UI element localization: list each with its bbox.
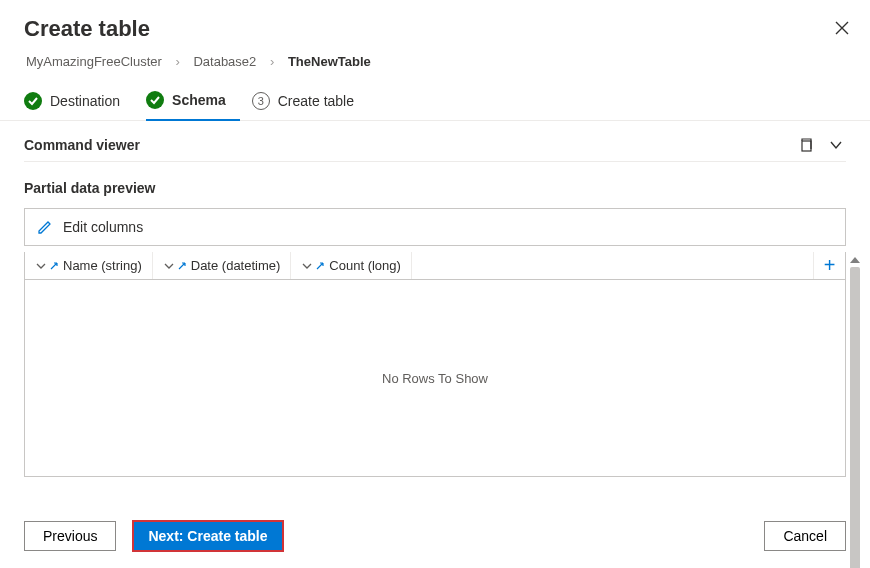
step-label: Destination [50,93,120,109]
breadcrumb-item[interactable]: Database2 [193,54,256,69]
column-label: Name (string) [63,258,142,273]
edit-columns-label: Edit columns [63,219,143,235]
page-title: Create table [24,16,846,42]
previous-button[interactable]: Previous [24,521,116,551]
edit-columns-button[interactable]: Edit columns [24,208,846,246]
column-label: Date (datetime) [191,258,281,273]
arrow-icon [177,261,187,271]
scroll-up-icon[interactable] [850,257,860,263]
data-grid: Name (string) Date (datetime) Count (lon… [24,252,846,477]
plus-icon: + [824,254,836,277]
check-circle-icon [24,92,42,110]
step-create-table[interactable]: 3 Create table [252,81,368,120]
chevron-right-icon: › [175,54,179,69]
check-circle-icon [146,91,164,109]
close-button[interactable] [830,16,854,40]
preview-label: Partial data preview [0,162,870,208]
next-button[interactable]: Next: Create table [132,520,283,552]
chevron-down-icon [35,260,47,272]
chevron-down-icon [301,260,313,272]
breadcrumb: MyAmazingFreeCluster › Database2 › TheNe… [0,50,870,81]
step-label: Create table [278,93,354,109]
copy-button[interactable] [796,135,816,155]
breadcrumb-item[interactable]: MyAmazingFreeCluster [26,54,162,69]
column-label: Count (long) [329,258,401,273]
breadcrumb-current: TheNewTable [288,54,371,69]
step-number-icon: 3 [252,92,270,110]
arrow-icon [49,261,59,271]
chevron-down-icon [163,260,175,272]
close-icon [834,20,850,36]
grid-header: Name (string) Date (datetime) Count (lon… [25,252,845,280]
wizard-stepper: Destination Schema 3 Create table [0,81,870,121]
add-column-button[interactable]: + [813,252,845,279]
step-destination[interactable]: Destination [24,81,134,120]
copy-icon [798,137,814,153]
chevron-right-icon: › [270,54,274,69]
pencil-icon [37,219,53,235]
chevron-down-icon [828,137,844,153]
command-viewer-label: Command viewer [24,137,140,153]
column-header-name[interactable]: Name (string) [25,252,153,279]
step-label: Schema [172,92,226,108]
column-header-count[interactable]: Count (long) [291,252,412,279]
footer: Previous Next: Create table Cancel [0,520,870,552]
cancel-button[interactable]: Cancel [764,521,846,551]
svg-rect-0 [802,141,811,151]
expand-button[interactable] [826,135,846,155]
arrow-icon [315,261,325,271]
step-schema[interactable]: Schema [146,81,240,121]
grid-empty-message: No Rows To Show [25,280,845,476]
column-header-date[interactable]: Date (datetime) [153,252,292,279]
